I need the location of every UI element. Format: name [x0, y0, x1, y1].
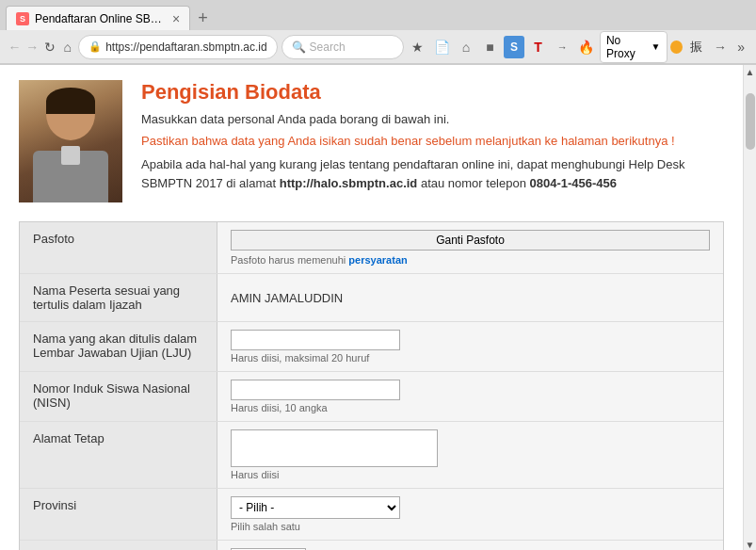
- nama-lju-hint: Harus diisi, maksimal 20 huruf: [231, 352, 710, 364]
- proxy-dropdown-icon: ▼: [651, 41, 661, 52]
- form-label-pasfoto: Pasfoto: [20, 222, 217, 273]
- form-value-nama-peserta: AMIN JAMALUDDIN: [217, 274, 723, 321]
- form-row-alamat: Alamat Tetap Harus diisi: [20, 422, 723, 489]
- fire-button[interactable]: 🔥: [575, 36, 597, 58]
- warning-text: Pastikan bahwa data yang Anda isikan sud…: [141, 134, 724, 148]
- nisn-input[interactable]: [231, 380, 400, 400]
- form-value-provinsi: - Pilih - Pilih salah satu: [217, 489, 723, 540]
- proxy-label: No Proxy: [606, 34, 650, 60]
- form-value-kabupaten: - Pilih - ▼ Pilih provinsi terlebih dahu…: [217, 541, 723, 550]
- form-label-provinsi: Provinsi: [20, 489, 217, 540]
- url-text: https://pendaftaran.sbmptn.ac.id: [105, 40, 266, 54]
- form-label-nama-peserta: Nama Peserta sesuai yang tertulis dalam …: [20, 274, 217, 321]
- scrollbar-up-arrow[interactable]: ▲: [744, 65, 756, 78]
- header-text: Pengisian Biodata Masukkan data personal…: [141, 80, 724, 202]
- form-value-nama-lju: Harus diisi, maksimal 20 huruf: [217, 322, 723, 371]
- scrollbar[interactable]: ▲ ▼: [743, 65, 756, 550]
- form-label-nama-lju: Nama yang akan ditulis dalam Lembar Jawa…: [20, 322, 217, 371]
- help-phone: 0804-1-456-456: [530, 176, 618, 190]
- orange-indicator: [670, 40, 683, 54]
- help-text: Apabila ada hal-hal yang kurang jelas te…: [141, 155, 724, 192]
- form-row-provinsi: Provinsi - Pilih - Pilih salah satu: [20, 489, 723, 541]
- search-placeholder: Search: [310, 40, 346, 54]
- forward-button[interactable]: →: [25, 36, 40, 58]
- proxy-button[interactable]: No Proxy ▼: [600, 31, 668, 63]
- persyaratan-link[interactable]: persyaratan: [348, 254, 407, 266]
- address-bar[interactable]: 🔒 https://pendaftaran.sbmptn.ac.id: [78, 35, 277, 59]
- address-bar-area: 🔒 https://pendaftaran.sbmptn.ac.id 🔍 Sea…: [78, 35, 403, 59]
- scrollbar-thumb[interactable]: [746, 93, 755, 150]
- form-section: Pasfoto Ganti Pasfoto Pasfoto harus meme…: [19, 221, 724, 550]
- s-button[interactable]: S: [504, 36, 525, 58]
- search-icon: 🔍: [292, 40, 306, 54]
- star-button[interactable]: ★: [408, 36, 429, 58]
- new-tab-button[interactable]: +: [194, 8, 212, 28]
- form-row-nama-peserta: Nama Peserta sesuai yang tertulis dalam …: [20, 274, 723, 322]
- forward-icon: →: [25, 40, 39, 55]
- form-row-kabupaten: Kabupaten/Kota - Pilih - ▼ Pilih provins…: [20, 541, 723, 550]
- home-toolbar-button[interactable]: ⌂: [456, 36, 477, 58]
- refresh-icon: ↻: [44, 40, 56, 55]
- shield-button[interactable]: ■: [479, 36, 501, 58]
- form-row-nisn: Nomor Induk Siswa Nasional (NISN) Harus …: [20, 372, 723, 422]
- expand-button[interactable]: »: [733, 40, 748, 55]
- alamat-hint: Harus diisi: [231, 469, 710, 480]
- back-button[interactable]: ←: [8, 36, 22, 58]
- home-button[interactable]: ⌂: [60, 36, 74, 58]
- active-tab[interactable]: S Pendaftaran Online SBMP... ×: [6, 6, 190, 30]
- nisn-hint: Harus diisi, 10 angka: [231, 402, 710, 413]
- page-title: Pengisian Biodata: [141, 80, 724, 105]
- lock-icon: 🔒: [88, 40, 102, 53]
- help-middle: atau nomor telepon: [417, 176, 529, 190]
- pasfoto-hint: Pasfoto harus memenuhi persyaratan: [231, 254, 710, 266]
- t-button[interactable]: T: [527, 36, 549, 58]
- profile-photo: [19, 80, 122, 202]
- form-value-alamat: Harus diisi: [217, 422, 723, 488]
- nav-bar: ← → ↻ ⌂ 🔒 https://pendaftaran.sbmptn.ac.…: [0, 30, 756, 64]
- tab-title: Pendaftaran Online SBMP...: [35, 12, 167, 25]
- form-value-pasfoto: Ganti Pasfoto Pasfoto harus memenuhi per…: [217, 222, 723, 273]
- form-label-kabupaten: Kabupaten/Kota: [20, 541, 217, 550]
- tab-favicon: S: [16, 12, 29, 25]
- arrow-right-button[interactable]: →: [710, 36, 732, 58]
- page-inner: Pengisian Biodata Masukkan data personal…: [0, 65, 743, 550]
- form-value-nisn: Harus diisi, 10 angka: [217, 372, 723, 421]
- alamat-input[interactable]: [231, 429, 438, 467]
- form-label-nisn: Nomor Induk Siswa Nasional (NISN): [20, 372, 217, 421]
- kanji-button[interactable]: 振: [685, 36, 707, 58]
- search-bar[interactable]: 🔍 Search: [281, 35, 404, 59]
- toolbar-icons: ★ 📄 ⌂ ■ S T → 🔥 No Proxy ▼ 振 → »: [408, 31, 748, 63]
- form-row-nama-lju: Nama yang akan ditulis dalam Lembar Jawa…: [20, 322, 723, 372]
- form-label-alamat: Alamat Tetap: [20, 422, 217, 488]
- page-content: Pengisian Biodata Masukkan data personal…: [0, 65, 756, 550]
- nama-lju-input[interactable]: [231, 330, 400, 350]
- subtitle: Masukkan data personal Anda pada borang …: [141, 112, 724, 126]
- provinsi-hint: Pilih salah satu: [231, 521, 710, 532]
- provinsi-select[interactable]: - Pilih -: [231, 496, 400, 519]
- tab-bar: S Pendaftaran Online SBMP... × +: [0, 0, 756, 30]
- share-button[interactable]: 📄: [431, 36, 453, 58]
- header-section: Pengisian Biodata Masukkan data personal…: [19, 80, 724, 202]
- back-icon: ←: [8, 40, 21, 55]
- form-row-pasfoto: Pasfoto Ganti Pasfoto Pasfoto harus meme…: [20, 222, 723, 274]
- nama-peserta-value: AMIN JAMALUDDIN: [231, 291, 710, 305]
- arrow-button[interactable]: →: [552, 36, 573, 58]
- home-icon: ⌂: [64, 40, 72, 55]
- scrollbar-down-arrow[interactable]: ▼: [744, 538, 756, 550]
- help-link[interactable]: http://halo.sbmptn.ac.id: [280, 176, 418, 190]
- tab-close-button[interactable]: ×: [172, 12, 180, 25]
- ganti-pasfoto-button[interactable]: Ganti Pasfoto: [231, 230, 710, 251]
- refresh-button[interactable]: ↻: [43, 36, 57, 58]
